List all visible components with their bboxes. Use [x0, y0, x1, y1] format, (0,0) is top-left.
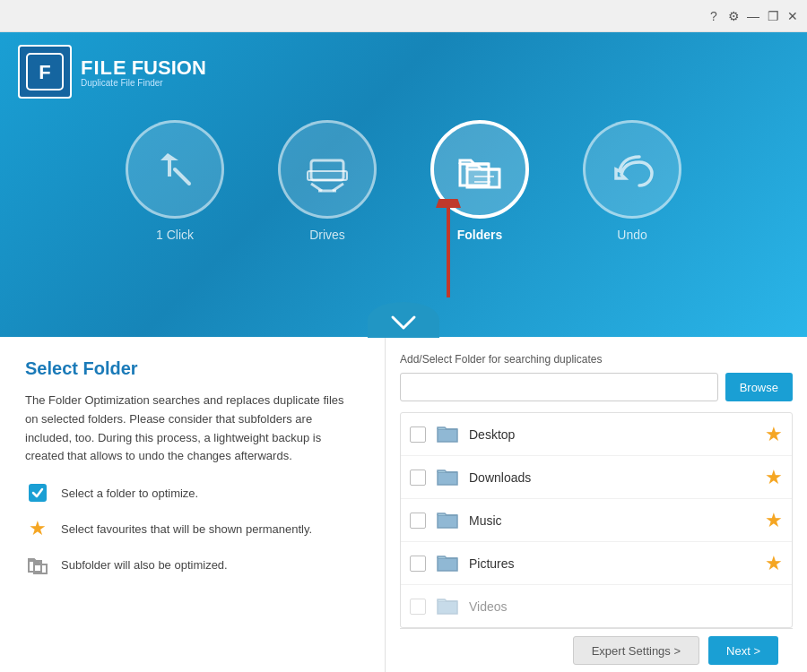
legend-checkbox: Select a folder to optimize.	[25, 480, 360, 505]
nav-circle-drives	[278, 120, 377, 219]
folder-checkbox-downloads[interactable]	[410, 470, 426, 486]
logo-icon: F	[18, 45, 72, 99]
folder-list: Desktop ★ Downloads ★ Music	[400, 412, 793, 628]
folder-checkbox-videos[interactable]	[410, 599, 426, 615]
legend-subfolder: Subfolder will also be optimized.	[25, 552, 360, 577]
subfolder-legend-icon	[25, 552, 50, 577]
minimize-button[interactable]: —	[746, 9, 760, 23]
star-desktop[interactable]: ★	[765, 423, 783, 446]
folder-icon-videos	[435, 594, 460, 619]
red-arrow	[421, 199, 475, 310]
nav-label-undo: Undo	[617, 228, 646, 242]
right-panel: Add/Select Folder for searching duplicat…	[386, 337, 807, 672]
title-bar: ? ⚙ — ❐ ✕	[0, 0, 807, 32]
help-button[interactable]: ?	[707, 9, 721, 23]
folder-name-videos: Videos	[469, 599, 783, 614]
legend-star: ★ Select favourites that will be shown p…	[25, 516, 360, 541]
nav-item-undo[interactable]: Undo	[583, 120, 681, 242]
left-panel: Select Folder The Folder Optimization se…	[0, 337, 386, 672]
panel-description: The Folder Optimization searches and rep…	[25, 392, 360, 466]
folder-name-music: Music	[469, 513, 756, 528]
header: F FILE FUSION Duplicate File Finder 1 Cl…	[0, 32, 807, 337]
star-music[interactable]: ★	[765, 509, 783, 532]
search-row: Browse	[400, 373, 793, 401]
logo-fusion: FUSION	[132, 56, 206, 80]
star-pictures[interactable]: ★	[765, 552, 783, 575]
logo-file: FILE	[81, 56, 127, 80]
svg-text:F: F	[39, 61, 50, 83]
legend-checkbox-text: Select a folder to optimize.	[61, 487, 198, 500]
folder-checkbox-pictures[interactable]	[410, 556, 426, 572]
svg-rect-6	[308, 171, 347, 180]
nav-circle-undo	[583, 120, 681, 219]
star-legend-icon: ★	[25, 516, 50, 541]
folder-name-downloads: Downloads	[469, 470, 756, 485]
close-button[interactable]: ✕	[785, 9, 800, 23]
star-downloads[interactable]: ★	[765, 466, 783, 489]
folder-icon-pictures	[435, 551, 460, 576]
folder-icon-music	[435, 508, 460, 533]
next-button[interactable]: Next >	[708, 636, 778, 665]
folder-icon-downloads	[435, 465, 460, 490]
restore-button[interactable]: ❐	[766, 9, 780, 23]
nav-label-one-click: 1 Click	[156, 228, 194, 242]
folder-search-label: Add/Select Folder for searching duplicat…	[400, 353, 793, 366]
folder-checkbox-desktop[interactable]	[410, 426, 426, 443]
legend-star-text: Select favourites that will be shown per…	[61, 522, 312, 536]
folder-name-desktop: Desktop	[469, 427, 756, 442]
folder-name-pictures: Pictures	[469, 556, 756, 571]
checkbox-legend-icon	[25, 480, 50, 505]
folder-icon-desktop	[435, 422, 460, 447]
window-controls: ? ⚙ — ❐ ✕	[707, 9, 800, 23]
folder-row-music: Music ★	[401, 499, 792, 542]
main-content: Select Folder The Folder Optimization se…	[0, 337, 807, 672]
settings-button[interactable]: ⚙	[726, 9, 741, 23]
legend-subfolder-text: Subfolder will also be optimized.	[61, 558, 228, 572]
logo-area: F FILE FUSION Duplicate File Finder	[0, 32, 224, 111]
folder-checkbox-music[interactable]	[410, 513, 426, 529]
logo-text: FILE FUSION Duplicate File Finder	[81, 56, 206, 88]
expert-settings-button[interactable]: Expert Settings >	[573, 636, 699, 665]
folder-row-videos: Videos	[401, 585, 792, 628]
nav-circle-one-click	[126, 120, 224, 219]
bottom-bar: Expert Settings > Next >	[400, 628, 793, 672]
folder-row-desktop: Desktop ★	[401, 413, 792, 456]
nav-label-drives: Drives	[309, 228, 345, 242]
nav-item-one-click[interactable]: 1 Click	[126, 120, 224, 242]
panel-title: Select Folder	[25, 358, 360, 379]
browse-button[interactable]: Browse	[725, 373, 793, 401]
nav-icons: 1 Click Drives	[126, 120, 681, 242]
folder-row-downloads: Downloads ★	[401, 456, 792, 499]
folder-search-input[interactable]	[400, 373, 718, 401]
folder-row-pictures: Pictures ★	[401, 542, 792, 585]
nav-item-drives[interactable]: Drives	[278, 120, 377, 242]
